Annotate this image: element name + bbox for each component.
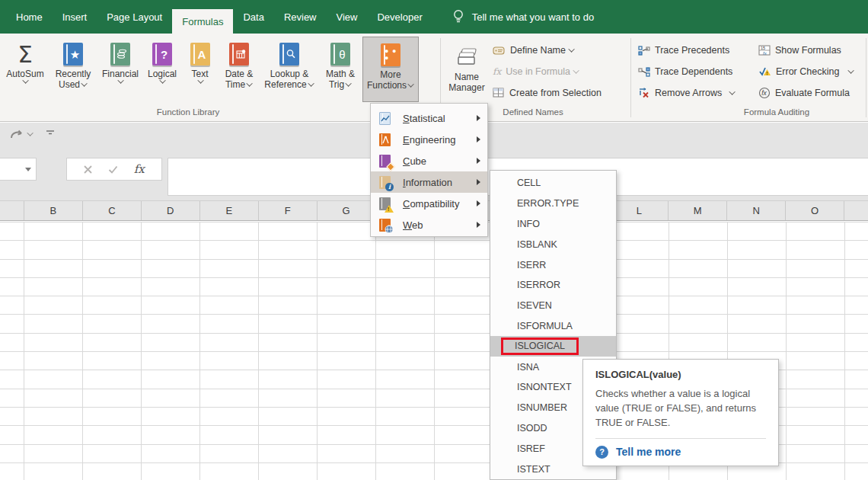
help-question-icon: ? xyxy=(595,446,608,459)
trace-precedents-button[interactable]: Trace Precedents xyxy=(638,43,729,58)
tell-me-more-link[interactable]: ? Tell me more xyxy=(595,446,766,459)
more-functions-button[interactable]: ● ● ● More Functions xyxy=(362,37,419,102)
column-header-C[interactable]: C xyxy=(83,201,142,220)
svg-text:fx: fx xyxy=(761,89,767,97)
submenu-item-islogical[interactable]: ISLOGICAL xyxy=(490,336,616,357)
column-header-G[interactable]: G xyxy=(318,201,376,220)
financial-button[interactable]: Financial xyxy=(98,37,142,102)
tab-review[interactable]: Review xyxy=(274,0,327,34)
submenu-arrow-icon xyxy=(477,136,480,142)
chevron-down-icon xyxy=(345,80,351,86)
formula-auditing-group-label: Formula Auditing xyxy=(744,107,809,117)
recently-used-button[interactable]: ★ Recently Used xyxy=(48,37,98,102)
customize-quick-access-icon[interactable] xyxy=(46,129,55,138)
column-header-N[interactable]: N xyxy=(727,201,786,220)
web-icon xyxy=(379,219,391,232)
column-header-F[interactable]: F xyxy=(259,201,318,220)
evaluate-formula-button[interactable]: fx Evaluate Formula xyxy=(758,85,850,101)
chevron-down-icon xyxy=(407,81,413,87)
compatibility-icon: ! xyxy=(379,197,391,210)
column-header-E[interactable]: E xyxy=(200,201,259,220)
formula-buttons: fx xyxy=(66,158,162,181)
submenu-item-iseven[interactable]: ISEVEN xyxy=(490,296,616,316)
use-in-formula-button[interactable]: fx Use in Formula xyxy=(493,64,579,79)
insert-function-icon[interactable]: fx xyxy=(134,162,145,176)
enter-check-icon[interactable] xyxy=(108,165,118,174)
show-formulas-button[interactable]: 15 fx Show Formulas xyxy=(758,43,841,58)
menu-item-compatibility[interactable]: ! Compatibility xyxy=(371,193,487,214)
chevron-down-icon xyxy=(573,67,579,73)
trace-dependents-button[interactable]: Trace Dependents xyxy=(638,64,732,79)
column-header-O[interactable]: O xyxy=(786,201,844,220)
submenu-arrow-icon xyxy=(477,222,480,228)
remove-arrows-button[interactable]: Remove Arrows xyxy=(638,85,736,101)
column-header-D[interactable]: D xyxy=(142,201,200,220)
tab-page-layout[interactable]: Page Layout xyxy=(97,0,172,34)
menu-item-information[interactable]: i Information xyxy=(371,171,487,193)
submenu-item-iserror[interactable]: ISERROR xyxy=(490,275,616,296)
tab-home[interactable]: Home xyxy=(6,0,53,34)
submenu-arrow-icon xyxy=(477,115,480,121)
name-box[interactable] xyxy=(0,158,37,181)
logical-button[interactable]: ? Logical xyxy=(142,37,182,102)
submenu-item-iserr[interactable]: ISERR xyxy=(490,254,616,275)
show-formulas-icon: 15 fx xyxy=(758,45,771,56)
tell-me-label: Tell me what you want to do xyxy=(472,11,594,23)
menu-item-engineering[interactable]: Engineering xyxy=(371,129,487,150)
trace-precedents-icon xyxy=(638,46,650,56)
group-separator xyxy=(630,38,631,117)
create-from-selection-icon xyxy=(493,88,505,98)
menu-item-web[interactable]: Web xyxy=(371,214,487,235)
statistical-icon xyxy=(379,112,391,125)
column-header[interactable] xyxy=(0,201,24,220)
submenu-item-cell[interactable]: CELL xyxy=(490,173,616,194)
redo-icon[interactable] xyxy=(9,127,26,141)
tab-data[interactable]: Data xyxy=(233,0,273,34)
column-header-L[interactable]: L xyxy=(610,201,669,220)
tab-formulas[interactable]: Formulas xyxy=(172,9,233,34)
error-checking-button[interactable]: Error Checking xyxy=(758,64,854,79)
math-trig-button[interactable]: θ Math & Trig xyxy=(318,37,362,102)
submenu-item-isformula[interactable]: ISFORMULA xyxy=(490,316,616,337)
islogical-red-highlight-box: ISLOGICAL xyxy=(501,338,579,355)
submenu-item-info[interactable]: INFO xyxy=(490,214,616,235)
define-name-button[interactable]: Define Name xyxy=(493,43,575,58)
tab-insert[interactable]: Insert xyxy=(53,0,97,34)
name-box-dropdown-icon[interactable] xyxy=(25,168,31,171)
chevron-down-icon xyxy=(848,67,854,73)
tooltip-body: Checks whether a value is a logical valu… xyxy=(595,387,766,430)
chevron-down-icon xyxy=(81,80,87,86)
define-name-label: Define Name xyxy=(510,45,566,56)
name-manager-icon xyxy=(455,43,478,72)
submenu-arrow-icon xyxy=(477,158,480,164)
submenu-item-isblank[interactable]: ISBLANK xyxy=(490,234,616,254)
create-from-selection-label: Create from Selection xyxy=(509,88,602,98)
group-separator xyxy=(866,38,866,117)
lookup-reference-button[interactable]: Lookup & Reference xyxy=(260,37,318,102)
tell-me-more-label: Tell me more xyxy=(616,446,681,458)
trace-dependents-icon xyxy=(638,67,650,77)
menu-item-statistical[interactable]: Statistical xyxy=(371,107,487,129)
tooltip-divider xyxy=(595,438,766,439)
create-from-selection-button[interactable]: Create from Selection xyxy=(493,85,602,101)
submenu-arrow-icon xyxy=(477,179,480,185)
date-time-book-icon xyxy=(229,40,249,69)
chevron-down-icon[interactable] xyxy=(27,130,33,136)
menu-item-cube[interactable]: Cube xyxy=(371,150,487,171)
tab-developer[interactable]: Developer xyxy=(367,0,432,34)
date-time-button[interactable]: Date & Time xyxy=(218,37,260,102)
column-header-M[interactable]: M xyxy=(669,201,727,220)
name-manager-button[interactable]: Name Manager xyxy=(445,40,488,105)
autosum-button[interactable]: Σ AutoSum xyxy=(2,37,48,102)
cancel-icon[interactable] xyxy=(84,165,92,174)
remove-arrows-icon xyxy=(638,88,650,98)
tell-me-box[interactable]: Tell me what you want to do xyxy=(452,0,594,34)
column-header[interactable] xyxy=(844,201,868,220)
column-header-B[interactable]: B xyxy=(24,201,83,220)
text-button[interactable]: A Text xyxy=(182,37,218,102)
submenu-arrow-icon xyxy=(477,200,480,206)
lightbulb-icon xyxy=(452,9,464,24)
defined-names-group-label: Defined Names xyxy=(503,107,563,117)
submenu-item-error-type[interactable]: ERROR.TYPE xyxy=(490,194,616,214)
tab-view[interactable]: View xyxy=(327,0,368,34)
